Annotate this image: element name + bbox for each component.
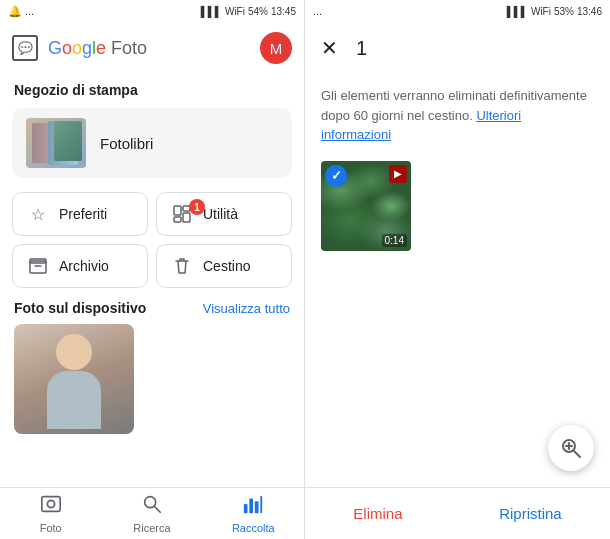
status-bar-left: 🔔 ... ▌▌▌ WiFi 54% 13:45 bbox=[0, 0, 304, 22]
logo-foto: Foto bbox=[111, 38, 147, 58]
selection-count: 1 bbox=[356, 37, 367, 60]
time-display: 13:45 bbox=[271, 6, 296, 17]
nav-item-ricerca[interactable]: Ricerca bbox=[101, 493, 202, 534]
ricerca-nav-label: Ricerca bbox=[133, 522, 170, 534]
utilita-label: Utilità bbox=[203, 206, 238, 222]
svg-rect-14 bbox=[261, 496, 263, 513]
negozio-section-title: Negozio di stampa bbox=[0, 74, 304, 102]
info-text-content: Gli elementi verranno eliminati definiti… bbox=[321, 88, 587, 123]
svg-rect-3 bbox=[183, 213, 190, 222]
status-bar-right: ... ▌▌▌ WiFi 53% 13:46 bbox=[305, 0, 610, 22]
svg-point-9 bbox=[145, 497, 156, 508]
device-section-header: Foto sul dispositivo Visualizza tutto bbox=[14, 300, 290, 316]
message-icon[interactable]: 💬 bbox=[12, 35, 38, 61]
message-icon-glyph: 💬 bbox=[18, 41, 33, 55]
foto-nav-icon bbox=[40, 493, 62, 520]
status-notification-icon: 🔔 bbox=[8, 5, 22, 18]
status-right-dots: ... bbox=[313, 5, 322, 17]
svg-rect-11 bbox=[244, 504, 248, 513]
archivio-icon bbox=[27, 255, 49, 277]
svg-rect-7 bbox=[41, 497, 59, 512]
foto-nav-label: Foto bbox=[40, 522, 62, 534]
svg-rect-2 bbox=[174, 217, 181, 222]
raccolta-nav-icon bbox=[242, 493, 264, 520]
right-time: 13:46 bbox=[577, 6, 602, 17]
device-title: Foto sul dispositivo bbox=[14, 300, 146, 316]
right-wifi-icon: WiFi bbox=[531, 6, 551, 17]
right-battery: 53% bbox=[554, 6, 574, 17]
svg-rect-12 bbox=[250, 499, 254, 514]
nav-item-foto[interactable]: Foto bbox=[0, 493, 101, 534]
device-photo bbox=[14, 324, 134, 434]
avatar[interactable]: M bbox=[260, 32, 292, 64]
trash-icon bbox=[171, 255, 193, 277]
search-nav-icon bbox=[141, 493, 163, 520]
status-right-right-icons: ▌▌▌ WiFi 53% 13:46 bbox=[507, 6, 602, 17]
utilita-badge: 1 bbox=[189, 199, 205, 215]
preferiti-button[interactable]: ☆ Preferiti bbox=[12, 192, 148, 236]
bottom-actions: Elimina Ripristina bbox=[305, 487, 610, 539]
ripristina-button[interactable]: Ripristina bbox=[479, 497, 582, 530]
raccolta-nav-label: Raccolta bbox=[232, 522, 275, 534]
device-section: Foto sul dispositivo Visualizza tutto bbox=[0, 296, 304, 438]
book-img bbox=[54, 121, 82, 161]
elimina-button[interactable]: Elimina bbox=[333, 497, 422, 530]
status-left-icons: 🔔 ... bbox=[8, 5, 34, 18]
signal-icon: ▌▌▌ bbox=[201, 6, 222, 17]
grid-buttons: ☆ Preferiti 1 Utilità bbox=[0, 184, 304, 296]
photo-grid-right: ✓ ▶ 0:14 bbox=[305, 153, 610, 259]
preferiti-label: Preferiti bbox=[59, 206, 107, 222]
fotolibri-label: Fotolibri bbox=[100, 135, 153, 152]
google-photos-logo: Google Foto bbox=[48, 38, 147, 59]
svg-rect-13 bbox=[255, 501, 259, 513]
photo-duration: 0:14 bbox=[382, 234, 407, 247]
archivio-button[interactable]: Archivio bbox=[12, 244, 148, 288]
svg-line-16 bbox=[574, 451, 580, 457]
right-panel: ... ▌▌▌ WiFi 53% 13:46 ✕ 1 Gli elementi … bbox=[305, 0, 610, 539]
selected-photo[interactable]: ✓ ▶ 0:14 bbox=[321, 161, 411, 251]
right-signal-icon: ▌▌▌ bbox=[507, 6, 528, 17]
person-body bbox=[47, 371, 101, 429]
cestino-label: Cestino bbox=[203, 258, 250, 274]
book-stack bbox=[30, 121, 82, 165]
logo-google: Google bbox=[48, 38, 111, 58]
svg-rect-0 bbox=[174, 206, 181, 215]
zoom-button[interactable] bbox=[548, 425, 594, 471]
star-icon: ☆ bbox=[27, 203, 49, 225]
status-dots: ... bbox=[25, 5, 34, 17]
photo-play-icon: ▶ bbox=[389, 165, 407, 183]
cestino-button[interactable]: Cestino bbox=[156, 244, 292, 288]
wifi-icon: WiFi bbox=[225, 6, 245, 17]
person-silhouette bbox=[34, 329, 114, 429]
status-right-icons: ▌▌▌ WiFi 54% 13:45 bbox=[201, 6, 296, 17]
fotolibri-thumbnail bbox=[26, 118, 86, 168]
nav-item-raccolta[interactable]: Raccolta bbox=[203, 493, 304, 534]
fotolibri-card[interactable]: Fotolibri bbox=[12, 108, 292, 178]
left-panel: 🔔 ... ▌▌▌ WiFi 54% 13:45 💬 Google Foto bbox=[0, 0, 305, 539]
header-left-left: 💬 Google Foto bbox=[12, 35, 147, 61]
svg-point-8 bbox=[47, 500, 54, 507]
battery-percent: 54% bbox=[248, 6, 268, 17]
bottom-nav: Foto Ricerca Raccolta bbox=[0, 487, 304, 539]
utilita-button[interactable]: 1 Utilità bbox=[156, 192, 292, 236]
header-right: ✕ 1 bbox=[305, 22, 610, 74]
close-button[interactable]: ✕ bbox=[321, 36, 338, 60]
info-text: Gli elementi verranno eliminati definiti… bbox=[305, 74, 610, 153]
photo-check: ✓ bbox=[325, 165, 347, 187]
archivio-label: Archivio bbox=[59, 258, 109, 274]
svg-rect-5 bbox=[30, 259, 46, 263]
person-head bbox=[56, 334, 92, 370]
header-left: 💬 Google Foto M bbox=[0, 22, 304, 74]
visualizza-link[interactable]: Visualizza tutto bbox=[203, 301, 290, 316]
status-right-left-icons: ... bbox=[313, 5, 322, 17]
logo-text: Google Foto bbox=[48, 38, 147, 59]
svg-line-10 bbox=[155, 507, 161, 513]
